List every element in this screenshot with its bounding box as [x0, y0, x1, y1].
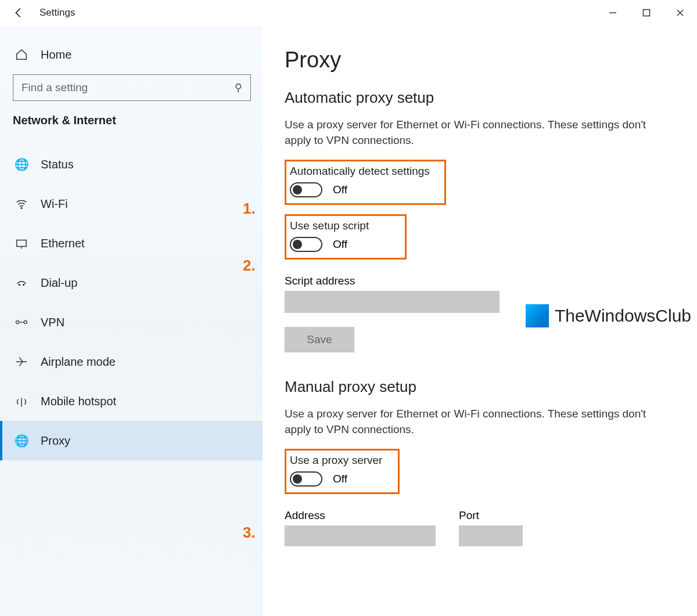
- dialup-icon: [13, 276, 30, 289]
- close-button[interactable]: [663, 0, 697, 26]
- sidebar-section-heading: Network & Internet: [0, 101, 263, 133]
- save-button-label: Save: [307, 333, 332, 346]
- use-proxy-block: Use a proxy server Off: [285, 449, 400, 494]
- globe-icon: 🌐: [13, 157, 30, 171]
- minimize-button[interactable]: [596, 0, 630, 26]
- sidebar-item-status[interactable]: 🌐 Status: [0, 145, 263, 184]
- wifi-icon: [13, 197, 30, 210]
- watermark-logo-icon: [526, 304, 549, 327]
- home-icon: [13, 48, 30, 61]
- annotation-1: 1.: [243, 200, 256, 218]
- manual-heading: Manual proxy setup: [285, 378, 681, 396]
- airplane-icon: [13, 355, 30, 368]
- setup-script-label: Use setup script: [290, 219, 399, 232]
- sidebar-item-label: Airplane mode: [41, 355, 116, 369]
- back-button[interactable]: [6, 0, 31, 26]
- use-proxy-state: Off: [333, 473, 347, 485]
- sidebar-item-ethernet[interactable]: Ethernet: [0, 224, 263, 263]
- globe-icon: 🌐: [13, 434, 30, 448]
- search-placeholder: Find a setting: [21, 81, 235, 94]
- annotation-3: 3.: [243, 524, 256, 542]
- script-address-input: [285, 291, 500, 313]
- sidebar-item-label: Dial-up: [41, 276, 77, 290]
- port-label: Port: [459, 509, 523, 522]
- watermark-text: TheWindowsClub: [555, 306, 691, 326]
- sidebar-item-label: Status: [41, 158, 74, 171]
- sidebar-item-label: Ethernet: [41, 237, 85, 250]
- sidebar-home[interactable]: Home: [0, 41, 263, 69]
- search-input[interactable]: Find a setting ⚲: [13, 74, 251, 101]
- svg-point-7: [19, 284, 20, 286]
- page-title: Proxy: [285, 48, 681, 73]
- sidebar-item-wifi[interactable]: Wi-Fi: [0, 184, 263, 224]
- auto-description: Use a proxy server for Ethernet or Wi-Fi…: [285, 117, 668, 148]
- setup-script-state: Off: [333, 238, 347, 251]
- sidebar-item-airplane[interactable]: Airplane mode: [0, 342, 263, 381]
- sidebar-item-label: Proxy: [41, 434, 70, 448]
- use-proxy-label: Use a proxy server: [290, 454, 392, 467]
- save-button: Save: [285, 327, 354, 352]
- svg-point-4: [21, 207, 22, 208]
- auto-heading: Automatic proxy setup: [285, 89, 681, 107]
- vpn-icon: [13, 316, 30, 329]
- svg-point-10: [24, 320, 27, 323]
- sidebar: Home Find a setting ⚲ Network & Internet…: [0, 26, 263, 616]
- annotation-2: 2.: [243, 257, 256, 275]
- setup-script-toggle[interactable]: [290, 237, 322, 252]
- sidebar-item-proxy[interactable]: 🌐 Proxy: [0, 421, 263, 460]
- svg-point-9: [16, 320, 19, 323]
- sidebar-item-vpn[interactable]: VPN: [0, 302, 263, 342]
- auto-detect-state: Off: [333, 183, 347, 196]
- auto-detect-block: Automatically detect settings Off: [285, 160, 446, 205]
- svg-rect-1: [644, 10, 650, 16]
- manual-description: Use a proxy server for Ethernet or Wi-Fi…: [285, 406, 668, 437]
- watermark: TheWindowsClub: [526, 304, 691, 327]
- port-input: [459, 525, 523, 546]
- sidebar-home-label: Home: [41, 48, 71, 62]
- maximize-button[interactable]: [630, 0, 663, 26]
- address-input: [285, 525, 436, 546]
- use-proxy-toggle[interactable]: [290, 471, 322, 487]
- content-pane: Proxy Automatic proxy setup Use a proxy …: [263, 26, 697, 616]
- auto-detect-label: Automatically detect settings: [290, 165, 439, 178]
- auto-detect-toggle[interactable]: [290, 182, 322, 197]
- sidebar-item-label: Wi-Fi: [41, 197, 68, 211]
- sidebar-item-label: Mobile hotspot: [41, 395, 116, 408]
- sidebar-item-dialup[interactable]: Dial-up: [0, 263, 263, 302]
- address-label: Address: [285, 509, 436, 522]
- window-title: Settings: [39, 7, 75, 19]
- search-icon: ⚲: [235, 81, 242, 94]
- titlebar: Settings: [0, 0, 697, 26]
- hotspot-icon: [13, 395, 30, 408]
- sidebar-item-label: VPN: [41, 316, 64, 329]
- setup-script-block: Use setup script Off: [285, 214, 407, 260]
- svg-rect-5: [17, 240, 27, 247]
- svg-point-8: [23, 284, 24, 286]
- sidebar-item-hotspot[interactable]: Mobile hotspot: [0, 381, 263, 421]
- ethernet-icon: [13, 237, 30, 250]
- script-address-label: Script address: [285, 275, 681, 287]
